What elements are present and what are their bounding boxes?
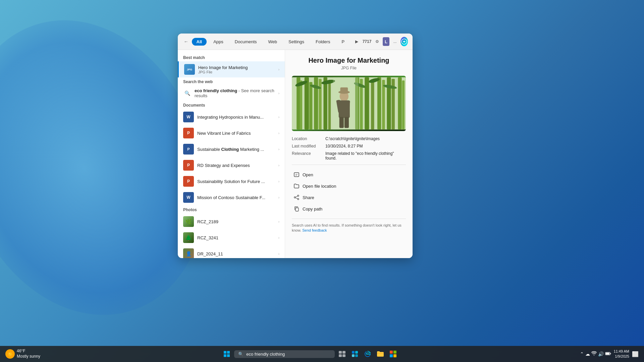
share-button[interactable]: Share: [292, 192, 406, 203]
jpg-file-icon: JPG: [184, 64, 195, 75]
copy-path-label: Copy path: [303, 206, 322, 212]
svg-rect-52: [352, 354, 355, 357]
copy-icon: [293, 205, 300, 212]
best-match-subtitle: JPG File: [198, 70, 278, 74]
ai-footer: Search uses AI to find results. If somet…: [292, 223, 406, 233]
svg-rect-47: [342, 351, 345, 354]
best-match-arrow: ›: [278, 68, 279, 71]
open-button[interactable]: Open: [292, 169, 406, 180]
user-badge[interactable]: L: [383, 37, 389, 46]
svg-rect-34: [333, 77, 359, 130]
copy-path-button[interactable]: Copy path: [292, 203, 406, 215]
taskbar-center: 🔍: [40, 349, 580, 359]
tab-folders[interactable]: Folders: [311, 38, 335, 46]
svg-rect-49: [342, 354, 345, 357]
cloud-icon[interactable]: ☁: [585, 351, 590, 357]
search-web-item[interactable]: 🔍 eco friendly clothing - See more searc…: [178, 85, 285, 101]
svg-rect-41: [296, 208, 299, 211]
best-match-title: Hero Image for Marketing: [198, 65, 278, 70]
back-button[interactable]: ←: [182, 37, 190, 46]
settings-icon[interactable]: ⚙: [373, 37, 381, 46]
taskbar-search-bar[interactable]: 🔍: [234, 350, 335, 358]
svg-rect-35: [294, 173, 299, 177]
svg-line-40: [296, 198, 298, 199]
svg-rect-53: [355, 354, 358, 357]
system-tray: ⌃ ☁ 🔊: [580, 351, 611, 357]
photo-title-2: DR_2024_11: [197, 251, 278, 256]
photo-item-2[interactable]: 👤 DR_2024_11 ›: [178, 246, 285, 258]
photo-thumb-0: 🌿: [183, 216, 194, 227]
preview-filetype: JPG File: [292, 66, 406, 70]
battery-icon[interactable]: [605, 351, 611, 357]
taskbar-search-input[interactable]: [246, 352, 327, 357]
documents-label: Documents: [178, 101, 285, 109]
windows-start-button[interactable]: [221, 349, 232, 359]
doc-title-4: Sustainability Solution for Future ...: [197, 179, 278, 184]
tab-web[interactable]: Web: [264, 38, 282, 46]
photo-item-1[interactable]: 🌲 RCZ_3241 ›: [178, 230, 285, 246]
photo-title-1: RCZ_3241: [197, 235, 278, 240]
more-button[interactable]: ...: [391, 37, 399, 46]
word-icon-5: W: [183, 192, 194, 203]
svg-rect-45: [227, 354, 230, 357]
svg-point-36: [298, 195, 299, 196]
doc-title-0: Integrating Hydroponics in Manu...: [197, 115, 278, 120]
photo-title-0: RCZ_2189: [197, 219, 278, 224]
meta-relevance-row: Relevance Image related to "eco friendly…: [292, 151, 406, 161]
tab-all[interactable]: All: [192, 38, 207, 46]
share-icon: [293, 194, 300, 201]
modified-label: Last modified: [292, 144, 325, 148]
clock[interactable]: 11:49 AM 1/9/2025: [614, 349, 629, 359]
doc-item-2[interactable]: P Sustainable Clothing Marketing ... ›: [178, 141, 285, 157]
svg-rect-8: [323, 77, 327, 130]
svg-line-39: [296, 196, 298, 197]
count-badge: 7717: [363, 39, 372, 44]
left-panel: Best match JPG Hero Image for Marketing …: [178, 50, 285, 258]
search-icon: 🔍: [183, 89, 191, 97]
tab-apps[interactable]: Apps: [209, 38, 228, 46]
photos-label: Photos: [178, 205, 285, 214]
svg-rect-51: [355, 351, 358, 354]
svg-point-37: [298, 198, 299, 200]
file-explorer-button[interactable]: [375, 349, 386, 359]
weather-widget[interactable]: ☀️ 46°F Mostly sunny: [5, 349, 40, 359]
task-view-button[interactable]: [337, 349, 347, 359]
doc-item-0[interactable]: W Integrating Hydroponics in Manu... ›: [178, 109, 285, 125]
send-feedback-link[interactable]: Send feedback: [302, 228, 327, 232]
doc-item-1[interactable]: P New Vibrant Line of Fabrics ›: [178, 125, 285, 141]
photo-item-0[interactable]: 🌿 RCZ_2189 ›: [178, 214, 285, 230]
volume-icon[interactable]: 🔊: [598, 351, 604, 357]
modified-value: 10/30/2024, 8:27 PM: [325, 144, 406, 148]
tab-p[interactable]: P: [337, 38, 349, 46]
doc-item-3[interactable]: P RD Strategy and Expenses ›: [178, 157, 285, 173]
tab-documents[interactable]: Documents: [230, 38, 262, 46]
wifi-icon[interactable]: [591, 351, 597, 357]
ppt-icon-1: P: [183, 128, 194, 138]
open-label: Open: [303, 172, 313, 177]
folder-icon: [293, 183, 300, 189]
svg-rect-57: [393, 354, 396, 357]
notification-icon[interactable]: ⬜: [632, 351, 639, 357]
open-file-location-button[interactable]: Open file location: [292, 180, 406, 192]
store-button[interactable]: [388, 349, 398, 359]
play-button[interactable]: ▶: [353, 37, 361, 46]
svg-rect-13: [371, 80, 374, 129]
svg-rect-18: [398, 77, 401, 130]
location-value: C:\scratch\Ignite\Ignite\Images: [325, 136, 406, 141]
tab-settings[interactable]: Settings: [284, 38, 309, 46]
weather-text: 46°F Mostly sunny: [17, 349, 40, 359]
svg-rect-48: [339, 354, 342, 357]
svg-rect-46: [339, 351, 342, 354]
best-match-label: Best match: [178, 53, 285, 61]
copilot-icon[interactable]: [400, 37, 408, 46]
photo-thumb-2: 👤: [183, 248, 194, 258]
widgets-button[interactable]: [350, 349, 360, 359]
svg-rect-3: [300, 80, 303, 129]
edge-browser-button[interactable]: [362, 349, 373, 359]
photo-thumb-1: 🌲: [183, 232, 194, 243]
doc-item-5[interactable]: W Mission of Contoso Sustainable F... ›: [178, 189, 285, 205]
svg-rect-5: [309, 82, 312, 130]
doc-item-4[interactable]: P Sustainability Solution for Future ...…: [178, 173, 285, 189]
best-match-item[interactable]: JPG Hero Image for Marketing JPG File ›: [178, 61, 285, 77]
chevron-up-icon[interactable]: ⌃: [580, 351, 584, 357]
